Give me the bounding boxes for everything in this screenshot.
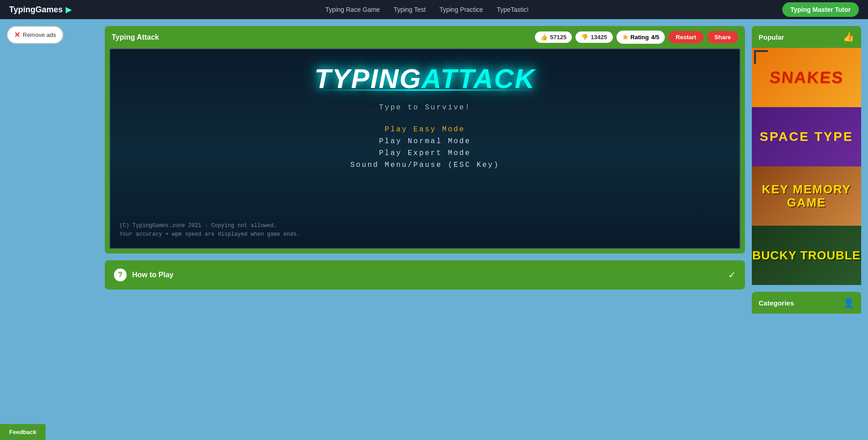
nav-link-typing-test[interactable]: Typing Test (394, 6, 426, 13)
snakes-game-title: SNAKES (769, 68, 844, 87)
how-to-play-title: How to Play (132, 271, 174, 279)
rating-badge: ★ Rating 4/5 (616, 31, 665, 44)
game-footer: (C) TypingGames.zone 2021 - Copying not … (119, 222, 300, 239)
menu-item-expert[interactable]: Play Expert Mode (379, 149, 471, 157)
thumbs-down-count: 13425 (591, 34, 607, 41)
close-icon: ✕ (14, 31, 20, 39)
question-icon: ? (114, 269, 127, 281)
how-to-play-section: ? How to Play ✓ (105, 260, 745, 290)
feedback-button[interactable]: Feedback (0, 424, 46, 440)
menu-item-sound[interactable]: Sound Menu/Pause (ESC Key) (350, 161, 500, 169)
top-navigation: TypingGames ▶ Typing Race Game Typing Te… (0, 0, 868, 19)
thumbs-up-white-icon: 👍 (843, 31, 854, 42)
popular-games-list: SNAKES SPACE TYPE KEY MEMORY GAME BUCKY … (752, 48, 861, 285)
categories-label: Categories (759, 299, 794, 307)
game-card-spacetype[interactable]: SPACE TYPE (752, 107, 861, 166)
thumbs-down-button[interactable]: 👎 13425 (575, 31, 612, 43)
logo-text: TypingGames (9, 5, 63, 15)
left-sidebar: ✕ Remove ads (7, 26, 98, 314)
logo-icon: ▶ (66, 5, 72, 15)
game-logo: TYPINGATTACK (314, 63, 535, 94)
popular-label: Popular (759, 33, 784, 41)
game-subtitle: Type to Survive! (379, 104, 471, 112)
person-icon: 👤 (843, 297, 854, 308)
nav-link-typetastic[interactable]: TypeTastic! (497, 6, 529, 13)
nav-link-typing-practice[interactable]: Typing Practice (439, 6, 483, 13)
how-to-play-header[interactable]: ? How to Play ✓ (105, 260, 745, 290)
game-card-keymemory[interactable]: KEY MEMORY GAME (752, 166, 861, 226)
popular-section-header: Popular 👍 (752, 26, 861, 48)
game-card-snakes[interactable]: SNAKES (752, 48, 861, 107)
remove-ads-label: Remove ads (23, 31, 56, 38)
bucky-game-title: BUCKY TROUBLE (752, 248, 861, 263)
right-sidebar: Popular 👍 SNAKES SPACE TYPE KEY MEMORY G… (752, 26, 861, 314)
share-button[interactable]: Share (707, 31, 738, 43)
rating-label: Rating (631, 34, 649, 41)
categories-section-header: Categories 👤 (752, 292, 861, 314)
menu-item-easy[interactable]: Play Easy Mode (385, 125, 465, 134)
rating-value: 4/5 (651, 34, 659, 41)
how-to-play-left: ? How to Play (114, 269, 174, 281)
thumbs-up-count: 57125 (550, 34, 566, 41)
thumbs-up-icon: 👍 (540, 34, 548, 41)
typing-master-tutor-button[interactable]: Typing Master Tutor (782, 2, 859, 17)
star-icon: ★ (622, 33, 628, 41)
footer-line2: Your accuracy + wpm speed are displayed … (119, 230, 300, 239)
game-logo-text: TYPINGATTACK (314, 63, 535, 94)
thumbs-up-button[interactable]: 👍 57125 (535, 31, 572, 43)
remove-ads-button[interactable]: ✕ Remove ads (7, 26, 63, 44)
restart-button[interactable]: Restart (668, 31, 704, 43)
game-menu: Play Easy Mode Play Normal Mode Play Exp… (350, 125, 500, 169)
spacetype-game-title: SPACE TYPE (760, 130, 853, 144)
chevron-down-icon: ✓ (728, 269, 736, 280)
snakes-border-decoration (754, 50, 768, 64)
menu-item-normal[interactable]: Play Normal Mode (379, 137, 471, 145)
game-title: Typing Attack (112, 33, 159, 41)
thumbs-down-icon: 👎 (581, 34, 588, 41)
main-layout: ✕ Remove ads Typing Attack 👍 57125 👎 134… (0, 19, 868, 321)
game-canvas: TYPINGATTACK Type to Survive! Play Easy … (109, 48, 740, 249)
game-header: Typing Attack 👍 57125 👎 13425 ★ Rating 4… (109, 31, 740, 44)
game-actions: 👍 57125 👎 13425 ★ Rating 4/5 Restart Sha… (535, 31, 738, 44)
keymemory-game-title: KEY MEMORY GAME (752, 183, 861, 209)
game-container: Typing Attack 👍 57125 👎 13425 ★ Rating 4… (105, 26, 745, 254)
center-content: Typing Attack 👍 57125 👎 13425 ★ Rating 4… (105, 26, 745, 314)
footer-line1: (C) TypingGames.zone 2021 - Copying not … (119, 222, 300, 230)
site-logo[interactable]: TypingGames ▶ (9, 5, 72, 15)
game-card-bucky[interactable]: BUCKY TROUBLE (752, 226, 861, 285)
nav-links: Typing Race Game Typing Test Typing Prac… (86, 6, 769, 13)
nav-link-typing-race[interactable]: Typing Race Game (325, 6, 380, 13)
